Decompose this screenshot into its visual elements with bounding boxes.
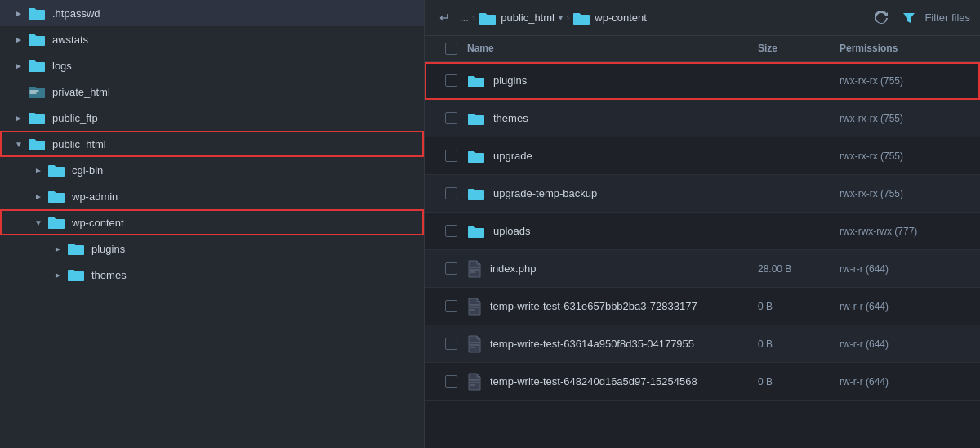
file-row-8[interactable]: temp-write-test-648240d16a5d97-152545680…	[425, 363, 980, 401]
file-name-6: temp-write-test-631e657bbb2ba3-72833177	[490, 300, 697, 312]
file-checkbox-6[interactable]	[434, 300, 467, 312]
file-browser-panel: ↵ ... › public_html ▾ › wp-content	[425, 0, 980, 448]
folder-icon-wp-content	[47, 215, 65, 230]
file-row-7[interactable]: temp-write-test-63614a950f8d35-041779550…	[425, 325, 980, 363]
tree-item-private_html[interactable]: private_html	[0, 78, 424, 105]
file-size-8: 0 B	[758, 376, 840, 388]
file-row-4[interactable]: uploadsrwx-rwx-rwx (777)	[425, 213, 980, 250]
folder-icon-public_ftp	[28, 110, 46, 125]
tree-item-plugins[interactable]: ► plugins	[0, 235, 424, 262]
file-permissions-5: rw-r-r (644)	[840, 263, 970, 275]
header-checkbox[interactable]	[434, 43, 467, 55]
tree-arrow-private_html	[13, 86, 24, 97]
tree-item-awstats[interactable]: ► awstats	[0, 26, 424, 52]
tree-item-themes[interactable]: ► themes	[0, 262, 424, 288]
tree-arrow-wp-admin: ►	[33, 190, 44, 202]
tree-label-themes: themes	[91, 269, 127, 281]
tree-label-private_html: private_html	[52, 86, 110, 98]
folder-icon	[467, 74, 485, 88]
file-name-cell-1: themes	[467, 111, 758, 126]
file-permissions-7: rw-r-r (644)	[840, 338, 970, 350]
file-name-8: temp-write-test-648240d16a5d97-15254568	[490, 375, 697, 388]
folder-icon	[467, 186, 485, 201]
tree-label-logs: logs	[52, 60, 72, 72]
file-checkbox-5[interactable]	[434, 262, 467, 275]
tree-arrow-themes: ►	[52, 269, 64, 280]
file-name-2: upgrade	[493, 150, 532, 162]
breadcrumb: ... › public_html ▾ › wp-content	[460, 11, 866, 25]
header-name: Name	[467, 43, 758, 55]
file-name-cell-7: temp-write-test-63614a950f8d35-04177955	[467, 335, 758, 353]
tree-arrow-cgi-bin: ►	[33, 164, 44, 176]
tree-label-plugins: plugins	[91, 243, 125, 255]
tree-item-wp-admin[interactable]: ► wp-admin	[0, 183, 424, 209]
refresh-button[interactable]	[871, 8, 893, 28]
tree-arrow-plugins: ►	[52, 243, 64, 254]
file-checkbox-1[interactable]	[434, 112, 467, 124]
file-permissions-0: rwx-rx-rx (755)	[840, 75, 970, 87]
tree-label-awstats: awstats	[52, 34, 88, 46]
tree-label-public_html: public_html	[52, 138, 106, 150]
folder-icon-htpasswd	[28, 6, 46, 20]
tree-label-wp-content: wp-content	[72, 217, 124, 229]
file-row-3[interactable]: upgrade-temp-backuprwx-rx-rx (755)	[425, 175, 980, 213]
folder-icon	[467, 149, 485, 164]
file-size-5: 28.00 B	[758, 263, 840, 275]
tree-item-htpasswd[interactable]: ► .htpasswd	[0, 0, 424, 26]
file-checkbox-3[interactable]	[434, 187, 467, 199]
breadcrumb-public-html[interactable]: public_html ▾	[479, 11, 563, 25]
file-row-5[interactable]: index.php28.00 Brw-r-r (644)	[425, 250, 980, 288]
file-name-cell-2: upgrade	[467, 149, 758, 164]
file-checkbox-0[interactable]	[434, 74, 467, 87]
file-name-cell-3: upgrade-temp-backup	[467, 186, 758, 201]
file-icon	[467, 298, 482, 316]
folder-icon-themes	[67, 267, 85, 282]
breadcrumb-sep-2: ›	[566, 11, 569, 24]
file-permissions-4: rwx-rwx-rwx (777)	[840, 226, 970, 237]
header-permissions: Permissions	[840, 43, 970, 55]
tree-label-htpasswd: .htpasswd	[52, 7, 100, 20]
back-button[interactable]: ↵	[434, 7, 455, 29]
file-permissions-2: rwx-rx-rx (755)	[840, 150, 970, 162]
file-name-cell-4: uploads	[467, 224, 758, 239]
file-size-7: 0 B	[758, 338, 840, 350]
file-checkbox-8[interactable]	[434, 375, 467, 388]
file-icon	[467, 335, 482, 353]
filter-label: Filter files	[924, 11, 970, 24]
folder-icon-logs	[28, 58, 46, 73]
file-permissions-8: rw-r-r (644)	[840, 376, 970, 388]
file-name-cell-0: plugins	[467, 74, 758, 88]
file-list-header: Name Size Permissions	[425, 36, 980, 62]
file-checkbox-4[interactable]	[434, 225, 467, 237]
file-name-3: upgrade-temp-backup	[493, 187, 597, 199]
tree-label-wp-admin: wp-admin	[72, 190, 118, 203]
tree-arrow-htpasswd: ►	[13, 7, 24, 19]
folder-icon-cgi-bin	[47, 163, 65, 177]
file-checkbox-7[interactable]	[434, 338, 467, 350]
tree-item-logs[interactable]: ► logs	[0, 52, 424, 78]
filter-button[interactable]	[898, 9, 920, 27]
folder-icon	[467, 224, 485, 239]
file-row-1[interactable]: themesrwx-rx-rx (755)	[425, 100, 980, 137]
file-checkbox-2[interactable]	[434, 150, 467, 162]
folder-icon-wp-admin	[47, 189, 65, 204]
folder-icon-plugins	[67, 241, 85, 256]
file-row-6[interactable]: temp-write-test-631e657bbb2ba3-728331770…	[425, 288, 980, 325]
file-list: Name Size Permissions pluginsrwx-rx-rx (…	[425, 36, 980, 448]
header-size: Size	[758, 43, 840, 55]
file-row-2[interactable]: upgraderwx-rx-rx (755)	[425, 137, 980, 175]
file-name-cell-6: temp-write-test-631e657bbb2ba3-72833177	[467, 298, 758, 316]
filter-area: Filter files	[871, 8, 970, 28]
tree-item-cgi-bin[interactable]: ► cgi-bin	[0, 157, 424, 183]
file-row-0[interactable]: pluginsrwx-rx-rx (755)	[425, 62, 980, 100]
tree-item-public_html[interactable]: ▼ public_html	[0, 131, 424, 157]
file-permissions-3: rwx-rx-rx (755)	[840, 188, 970, 199]
breadcrumb-ellipsis[interactable]: ...	[460, 11, 469, 24]
file-name-7: temp-write-test-63614a950f8d35-04177955	[490, 338, 694, 350]
file-icon	[467, 373, 482, 391]
tree-label-public_ftp: public_ftp	[52, 112, 98, 124]
breadcrumb-wp-content[interactable]: wp-content	[572, 11, 647, 25]
tree-item-public_ftp[interactable]: ► public_ftp	[0, 105, 424, 131]
tree-item-wp-content[interactable]: ▼ wp-content	[0, 209, 424, 235]
file-name-cell-8: temp-write-test-648240d16a5d97-15254568	[467, 373, 758, 391]
